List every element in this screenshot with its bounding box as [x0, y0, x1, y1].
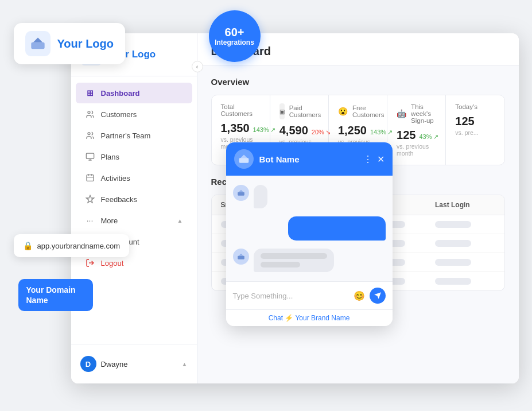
sidebar-item-more[interactable]: ··· More ▲	[76, 210, 192, 231]
skeleton-login	[435, 240, 471, 247]
svg-rect-10	[238, 192, 244, 196]
change-value: 143%	[253, 126, 269, 133]
chat-bubble-incoming	[254, 185, 267, 208]
weekly-icon: 🤖	[397, 106, 406, 122]
svg-rect-11	[238, 256, 244, 259]
chat-close-button[interactable]: ✕	[377, 154, 385, 165]
emoji-button[interactable]: 😊	[354, 290, 365, 301]
logo-card-icon	[25, 31, 51, 56]
chat-input-placeholder: Type Something...	[233, 289, 349, 303]
svg-rect-4	[87, 175, 94, 181]
svg-rect-8	[31, 42, 44, 49]
activities-icon	[85, 173, 95, 183]
sidebar-item-label: Logout	[101, 259, 124, 267]
stat-value: 125	[455, 115, 474, 128]
skeleton-login	[435, 278, 471, 285]
sidebar-item-label: Plans	[101, 153, 120, 161]
chat-footer-actions: 😊	[354, 288, 386, 304]
sidebar-item-partners-team[interactable]: Partner's Team	[76, 125, 192, 146]
bubble-line	[261, 262, 301, 267]
chat-message-outgoing	[233, 216, 386, 241]
sidebar-item-dashboard[interactable]: ⊞ Dashboard	[76, 83, 192, 103]
user-avatar: D	[80, 356, 96, 372]
stat-card-today: Today's 125 vs. pre...	[446, 95, 504, 165]
integrations-label: Integrations	[215, 38, 254, 46]
user-arrow: ▲	[182, 361, 188, 367]
stat-change: 20% ↘	[312, 129, 331, 136]
svg-point-1	[88, 111, 90, 114]
stat-value: 1,250	[338, 124, 367, 137]
change-value: 43%	[419, 133, 432, 140]
stat-change: 43% ↗	[419, 133, 438, 141]
main-wrapper: Your Logo ⊞ Dashboard Customers	[14, 10, 519, 401]
send-button[interactable]	[370, 288, 386, 304]
sidebar-item-activities[interactable]: Activities	[76, 168, 192, 188]
skeleton-login	[435, 221, 471, 228]
stat-prev: vs. previous month	[397, 143, 436, 157]
chat-header: Bot Name ⋮ ✕	[226, 142, 393, 176]
chat-msg-avatar	[233, 249, 249, 265]
chat-bot-name: Bot Name	[259, 154, 358, 164]
col-login: Last Login	[435, 201, 495, 209]
logo-card: Your Logo	[14, 23, 126, 64]
stat-label: Today's	[455, 103, 477, 110]
chat-branding: Chat ⚡ Your Brand Name	[226, 309, 393, 326]
feedbacks-icon	[85, 194, 95, 204]
stat-label: Free Customers	[352, 104, 385, 118]
more-icon: ···	[85, 215, 95, 226]
svg-rect-3	[86, 153, 94, 158]
domain-label: Your Domain Name	[18, 279, 93, 311]
logout-icon	[85, 258, 95, 268]
stat-card-weekly: 🤖 This week's Sign-up 125 43% ↗ vs. prev…	[387, 95, 446, 165]
integrations-badge: 60+ Integrations	[209, 10, 261, 62]
chat-body	[226, 176, 393, 281]
chat-actions: ⋮ ✕	[363, 154, 385, 165]
stat-label: Paid Customers	[289, 104, 321, 118]
chat-bubble-outgoing	[288, 216, 386, 241]
sidebar-item-label: Activities	[101, 174, 130, 183]
free-icon: 😮	[338, 103, 348, 119]
sidebar-item-label: More	[101, 216, 118, 225]
chat-bot-avatar	[234, 149, 254, 169]
sidebar-collapse-button[interactable]: ‹	[192, 61, 203, 72]
change-value: 143%	[370, 129, 386, 135]
integrations-number: 60+	[225, 26, 244, 38]
dashboard-icon: ⊞	[85, 88, 95, 98]
domain-url: app.yourbrandname.com	[37, 242, 121, 250]
chat-footer: Type Something... 😊	[226, 281, 393, 309]
sidebar-item-label: Customers	[101, 110, 137, 119]
stat-label: Total Customers	[221, 103, 261, 117]
sidebar-item-label: Partner's Team	[101, 131, 151, 140]
sidebar-item-customers[interactable]: Customers	[76, 104, 192, 125]
customers-icon	[85, 109, 95, 119]
chat-bubble-incoming-2	[254, 249, 334, 272]
stat-label: This week's Sign-up	[411, 103, 436, 124]
chat-msg-avatar	[233, 185, 249, 201]
chat-message-incoming-2	[233, 249, 386, 272]
sidebar-item-label: Dashboard	[101, 89, 140, 98]
stat-value: 4,590	[279, 124, 308, 137]
svg-marker-5	[86, 195, 94, 203]
sidebar-item-plans[interactable]: Plans	[76, 146, 192, 167]
user-profile[interactable]: D Dwayne ▲	[71, 350, 197, 378]
more-arrow: ▲	[177, 218, 183, 224]
change-value: 20%	[312, 129, 324, 135]
bubble-line	[261, 253, 327, 259]
chat-message-incoming	[233, 185, 386, 208]
stat-value: 1,350	[221, 122, 250, 135]
domain-card: 🔒 app.yourbrandname.com	[14, 234, 130, 257]
sidebar-item-feedbacks[interactable]: Feedbacks	[76, 189, 192, 210]
skeleton-login	[435, 259, 471, 266]
domain-label-text: Your Domain Name	[26, 285, 76, 305]
sidebar-item-label: Feedbacks	[101, 195, 138, 204]
user-name: Dwayne	[101, 360, 128, 369]
partners-icon	[85, 130, 95, 141]
svg-point-2	[88, 133, 90, 135]
plans-icon	[85, 152, 95, 162]
stat-prev: vs. pre...	[455, 129, 495, 136]
chat-menu-button[interactable]: ⋮	[363, 154, 372, 165]
lock-icon: 🔒	[23, 241, 33, 250]
overview-title: Overview	[211, 77, 505, 87]
sidebar-bottom: D Dwayne ▲	[71, 344, 197, 383]
sidebar: Your Logo ⊞ Dashboard Customers	[71, 33, 197, 383]
